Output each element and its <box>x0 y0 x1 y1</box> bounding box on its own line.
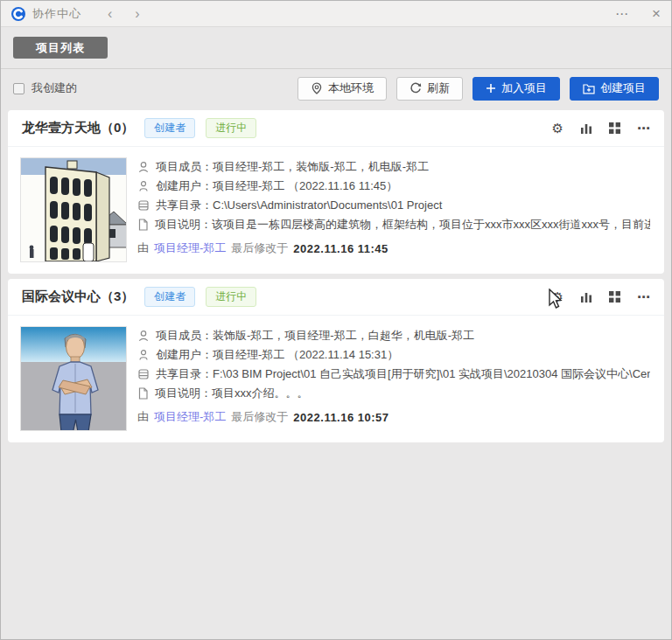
toolbar-buttons: 本地环境 刷新 加入项目 创建项目 <box>298 77 659 101</box>
settings-gear-icon[interactable]: ⚙ <box>552 290 564 303</box>
more-actions-icon[interactable]: ⋯ <box>637 122 650 135</box>
modified-by-link[interactable]: 项目经理-郑工 <box>154 240 226 256</box>
refresh-icon <box>410 82 422 94</box>
modified-label: 最后修改于 <box>231 409 288 425</box>
local-env-button[interactable]: 本地环境 <box>298 77 387 101</box>
window-more-icon[interactable]: ⋯ <box>615 6 629 22</box>
project-list: 龙华壹方天地（0） 创建者 进行中 ⚙ <box>1 108 671 442</box>
creator-text: 创建用户：项目经理-郑工 （2022.11.16 11:45） <box>156 178 397 194</box>
creator-line: 创建用户：项目经理-郑工 （2022.11.16 11:45） <box>137 177 650 196</box>
collaboration-center-window: 协作中心 ‹ › ⋯ × 项目列表 我创建的 本地环境 <box>0 0 672 640</box>
join-project-label: 加入项目 <box>501 80 547 96</box>
nav-back-icon[interactable]: ‹ <box>104 7 116 21</box>
more-actions-icon[interactable]: ⋯ <box>637 290 650 303</box>
modified-time: 2022.11.16 11:45 <box>293 242 388 255</box>
description-text: 项目说明：该项目是一栋四层楼高的建筑物，框架结构，项目位于xxx市xxx区xxx… <box>155 217 650 233</box>
shared-dir-text: 共享目录：F:\03 BIM Project\01 自己实战项目[用于研究]\0… <box>156 366 650 382</box>
modified-label: 最后修改于 <box>231 240 288 256</box>
tab-project-list[interactable]: 项目列表 <box>13 37 108 59</box>
creator-text: 创建用户：项目经理-郑工 （2022.11.14 15:31） <box>156 347 398 363</box>
creator-line: 创建用户：项目经理-郑工 （2022.11.14 15:31） <box>137 345 650 365</box>
location-pin-icon <box>311 82 323 94</box>
document-icon <box>137 219 149 231</box>
modified-by-link[interactable]: 项目经理-郑工 <box>154 409 226 425</box>
grid-view-icon[interactable] <box>609 122 620 134</box>
members-icon <box>137 161 150 173</box>
local-env-label: 本地环境 <box>328 80 374 96</box>
status-badge: 进行中 <box>206 118 256 138</box>
members-line: 项目成员：项目经理-郑工，装饰版-郑工，机电版-郑工 <box>137 157 650 177</box>
members-line: 项目成员：装饰版-郑工，项目经理-郑工，白超华，机电版-郑工 <box>137 326 650 345</box>
shared-directory-icon <box>137 368 150 380</box>
project-card-longhua: 龙华壹方天地（0） 创建者 进行中 ⚙ <box>8 110 664 274</box>
by-label: 由 <box>137 240 149 256</box>
checkbox-box[interactable] <box>13 83 24 94</box>
modified-line: 由 项目经理-郑工 最后修改于 2022.11.16 10:57 <box>137 409 650 425</box>
shared-dir-line: 共享目录：C:\Users\Administrator\Documents\01… <box>137 196 650 215</box>
by-label: 由 <box>137 409 149 425</box>
my-created-checkbox[interactable]: 我创建的 <box>13 80 77 96</box>
card-header: 龙华壹方天地（0） 创建者 进行中 ⚙ <box>8 110 664 147</box>
creator-badge: 创建者 <box>144 287 195 307</box>
description-text: 项目说明：项目xxx介绍。。。 <box>155 386 309 401</box>
toolbar: 我创建的 本地环境 刷新 加入项目 <box>1 69 671 108</box>
tab-bar: 项目列表 <box>1 27 671 69</box>
create-project-button[interactable]: 创建项目 <box>570 77 659 101</box>
window-title: 协作中心 <box>32 6 81 22</box>
title-bar: 协作中心 ‹ › ⋯ × <box>1 1 671 27</box>
user-icon <box>137 349 150 361</box>
bar-chart-icon[interactable] <box>580 122 592 135</box>
my-created-label: 我创建的 <box>32 80 77 96</box>
modified-time: 2022.11.16 10:57 <box>293 411 388 424</box>
project-title: 国际会议中心（3） <box>22 289 134 305</box>
status-badge: 进行中 <box>206 287 256 307</box>
members-text: 项目成员：装饰版-郑工，项目经理-郑工，白超华，机电版-郑工 <box>156 328 474 344</box>
card-header: 国际会议中心（3） 创建者 进行中 ⚙ <box>8 279 664 316</box>
join-project-button[interactable]: 加入项目 <box>472 77 560 101</box>
card-actions: ⚙ ⋯ <box>552 290 650 303</box>
shared-dir-text: 共享目录：C:\Users\Administrator\Documents\01… <box>156 198 442 213</box>
card-actions: ⚙ ⋯ <box>552 122 650 135</box>
description-line: 项目说明：项目xxx介绍。。。 <box>137 384 650 403</box>
project-info: 项目成员：项目经理-郑工，装饰版-郑工，机电版-郑工 创建用户：项目经理-郑工 … <box>137 157 650 262</box>
grid-view-icon[interactable] <box>609 291 620 303</box>
card-body: 项目成员：项目经理-郑工，装饰版-郑工，机电版-郑工 创建用户：项目经理-郑工 … <box>8 147 664 274</box>
project-card-conference: 国际会议中心（3） 创建者 进行中 ⚙ <box>8 279 664 442</box>
bar-chart-icon[interactable] <box>580 291 592 303</box>
description-line: 项目说明：该项目是一栋四层楼高的建筑物，框架结构，项目位于xxx市xxx区xxx… <box>137 215 650 234</box>
project-thumbnail-person[interactable] <box>20 326 127 431</box>
creator-badge: 创建者 <box>144 118 195 138</box>
folder-plus-icon <box>583 83 595 94</box>
window-close-icon[interactable]: × <box>652 6 661 21</box>
app-logo-icon <box>11 7 25 21</box>
members-icon <box>137 330 150 342</box>
shared-directory-icon <box>137 199 150 212</box>
members-text: 项目成员：项目经理-郑工，装饰版-郑工，机电版-郑工 <box>156 159 429 175</box>
document-icon <box>137 387 149 400</box>
card-body: 项目成员：装饰版-郑工，项目经理-郑工，白超华，机电版-郑工 创建用户：项目经理… <box>8 316 664 442</box>
project-thumbnail-building[interactable] <box>20 157 127 262</box>
create-project-label: 创建项目 <box>600 80 646 96</box>
nav-forward-icon[interactable]: › <box>131 7 143 21</box>
refresh-label: 刷新 <box>427 80 450 96</box>
modified-line: 由 项目经理-郑工 最后修改于 2022.11.16 11:45 <box>137 240 650 256</box>
refresh-button[interactable]: 刷新 <box>396 77 463 101</box>
project-title: 龙华壹方天地（0） <box>22 120 134 136</box>
settings-gear-icon[interactable]: ⚙ <box>552 122 564 135</box>
shared-dir-line: 共享目录：F:\03 BIM Project\01 自己实战项目[用于研究]\0… <box>137 365 650 384</box>
user-icon <box>137 180 150 192</box>
project-info: 项目成员：装饰版-郑工，项目经理-郑工，白超华，机电版-郑工 创建用户：项目经理… <box>137 326 650 431</box>
plus-icon <box>486 83 496 94</box>
